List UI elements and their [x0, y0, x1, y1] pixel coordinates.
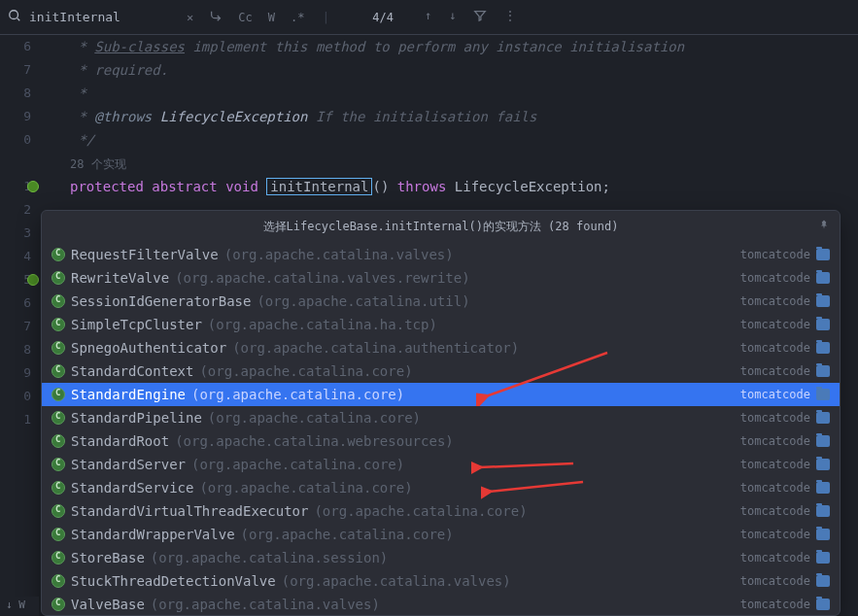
class-package: (org.apache.catalina.core): [199, 480, 412, 496]
item-module: tomcatcode: [740, 364, 830, 378]
implementation-item[interactable]: RewriteValve(org.apache.catalina.valves.…: [42, 266, 840, 290]
implementation-item[interactable]: SimpleTcpCluster(org.apache.catalina.ha.…: [42, 313, 840, 336]
item-module: tomcatcode: [740, 598, 830, 611]
class-name: StoreBase: [71, 550, 145, 565]
item-module: tomcatcode: [740, 574, 830, 588]
class-name: SimpleTcpCluster: [71, 317, 202, 332]
implementation-item[interactable]: StuckThreadDetectionValve(org.apache.cat…: [42, 569, 840, 593]
gutter: 6789012345678901: [0, 35, 41, 616]
item-module: tomcatcode: [740, 341, 830, 355]
class-icon: [51, 318, 65, 331]
class-icon: [51, 458, 65, 471]
gutter-marker-icon: [27, 181, 39, 192]
implementation-item[interactable]: ValveBase(org.apache.catalina.valves)tom…: [42, 593, 840, 615]
gutter-line: 9: [0, 361, 31, 385]
class-name: ValveBase: [71, 597, 145, 612]
class-package: (org.apache.catalina.session): [151, 550, 388, 565]
gutter-line: 1: [0, 175, 31, 198]
class-icon: [51, 528, 65, 541]
gutter-line: 3: [0, 222, 31, 245]
class-name: StandardServer: [71, 457, 186, 472]
class-icon: [51, 388, 65, 401]
folder-icon: [816, 599, 830, 610]
implementation-item[interactable]: StandardContext(org.apache.catalina.core…: [42, 359, 840, 383]
item-module: tomcatcode: [740, 528, 830, 541]
folder-icon: [816, 482, 830, 494]
class-icon: [51, 248, 65, 261]
gutter-line: 8: [0, 338, 31, 361]
implementation-item[interactable]: StandardRoot(org.apache.catalina.webreso…: [42, 429, 840, 453]
previous-search-icon[interactable]: [205, 7, 226, 27]
prev-match-icon[interactable]: ↑: [421, 7, 435, 27]
method-name-highlight: initInternal: [266, 178, 372, 195]
class-package: (org.apache.catalina.core): [314, 503, 527, 519]
regex-toggle[interactable]: .*: [287, 9, 308, 26]
implementation-item[interactable]: StandardPipeline(org.apache.catalina.cor…: [42, 406, 840, 429]
class-icon: [51, 504, 65, 518]
class-package: (org.apache.catalina.valves): [151, 597, 380, 612]
class-icon: [51, 411, 65, 425]
item-module: tomcatcode: [740, 481, 830, 495]
gutter-line: 6: [0, 291, 31, 315]
implementation-item[interactable]: StandardService(org.apache.catalina.core…: [42, 476, 840, 499]
class-icon: [51, 598, 65, 611]
folder-icon: [816, 459, 830, 470]
implementation-item[interactable]: RequestFilterValve(org.apache.catalina.v…: [42, 243, 840, 266]
class-icon: [51, 271, 65, 285]
item-module: tomcatcode: [740, 271, 830, 285]
search-icon: [8, 9, 21, 25]
class-name: RewriteValve: [71, 270, 169, 286]
class-name: RequestFilterValve: [71, 247, 219, 262]
folder-icon: [816, 552, 830, 564]
implementation-popup: 选择LifecycleBase.initInternal()的实现方法 (28 …: [41, 210, 841, 616]
class-name: StandardPipeline: [71, 410, 202, 426]
implementation-item[interactable]: StandardVirtualThreadExecutor(org.apache…: [42, 499, 840, 523]
implementation-item[interactable]: StandardEngine(org.apache.catalina.core)…: [42, 383, 840, 406]
class-package: (org.apache.catalina.valves): [224, 247, 454, 262]
folder-icon: [816, 272, 830, 284]
match-case-toggle[interactable]: Cc: [234, 9, 256, 26]
class-name: StandardContext: [71, 363, 193, 379]
class-package: (org.apache.catalina.core): [208, 410, 421, 426]
gutter-line: 7: [0, 58, 31, 82]
gutter-line: 9: [0, 105, 31, 128]
class-icon: [51, 341, 65, 355]
gutter-line: 8: [0, 82, 31, 105]
class-name: StandardWrapperValve: [71, 527, 235, 542]
class-icon: [51, 551, 65, 565]
folder-icon: [816, 389, 830, 400]
class-icon: [51, 364, 65, 378]
class-package: (org.apache.catalina.core): [191, 457, 404, 472]
folder-icon: [816, 365, 830, 377]
class-package: (org.apache.catalina.valves): [282, 573, 511, 589]
implementation-item[interactable]: StoreBase(org.apache.catalina.session)to…: [42, 546, 840, 569]
gutter-marker-icon: [27, 274, 39, 286]
item-module: tomcatcode: [740, 504, 830, 518]
whole-word-toggle[interactable]: W: [264, 9, 279, 26]
gutter-line: [0, 152, 31, 175]
search-bar: ✕ Cc W .* | 4/4 ↑ ↓ ⋮: [0, 0, 858, 35]
item-module: tomcatcode: [740, 458, 830, 471]
class-icon: [51, 434, 65, 448]
folder-icon: [816, 249, 830, 260]
more-icon[interactable]: ⋮: [500, 7, 520, 27]
item-module: tomcatcode: [740, 388, 830, 401]
filter-icon[interactable]: [469, 7, 491, 27]
class-name: StandardVirtualThreadExecutor: [71, 503, 308, 519]
class-package: (org.apache.catalina.valves.rewrite): [175, 270, 469, 286]
search-input[interactable]: [29, 10, 175, 24]
class-package: (org.apache.catalina.core): [199, 363, 412, 379]
class-package: (org.apache.catalina.core): [241, 527, 454, 542]
clear-search-icon[interactable]: ✕: [183, 9, 197, 26]
implementation-list[interactable]: RequestFilterValve(org.apache.catalina.v…: [42, 243, 840, 615]
gutter-line: 6: [0, 35, 31, 58]
folder-icon: [816, 295, 830, 307]
next-match-icon[interactable]: ↓: [445, 7, 460, 27]
implementation-item[interactable]: SessionIdGeneratorBase(org.apache.catali…: [42, 290, 840, 313]
implementation-item[interactable]: StandardServer(org.apache.catalina.core)…: [42, 453, 840, 476]
pin-icon[interactable]: [818, 219, 830, 233]
implementation-item[interactable]: StandardWrapperValve(org.apache.catalina…: [42, 523, 840, 546]
class-package: (org.apache.catalina.authenticator): [232, 340, 519, 356]
implementation-item[interactable]: SpnegoAuthenticator(org.apache.catalina.…: [42, 336, 840, 359]
folder-icon: [816, 412, 830, 424]
